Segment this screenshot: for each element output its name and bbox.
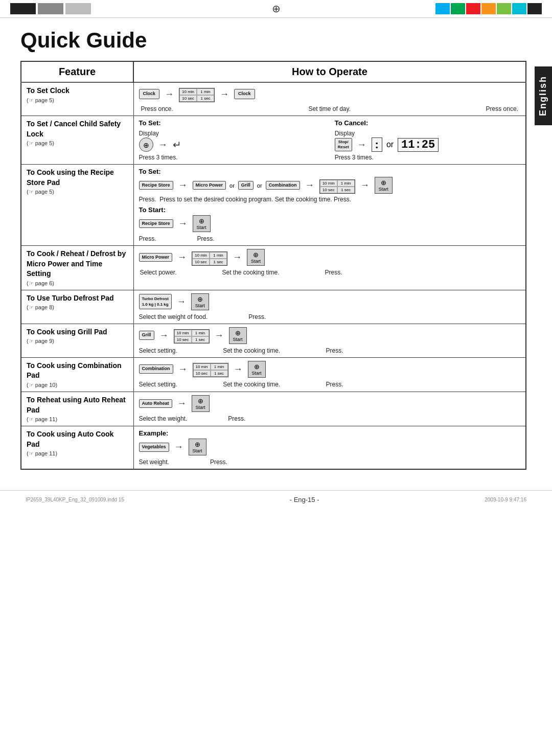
feature-recipe-store: To Cook using the Recipe Store Pad (☞ pa… [21, 165, 133, 246]
g-10min: 10 min [174, 330, 192, 336]
how-turbo-defrost: Turbo Defrost 1.0 kg | 0.1 kg → ⊕ Start … [133, 290, 526, 324]
feature-page-combination: (☞ page 10) [27, 382, 128, 388]
feature-auto-cook: To Cook using Auto Cook Pad (☞ page 11) [21, 426, 133, 470]
example-label: Example: [139, 429, 521, 437]
feature-title-grill: To Cook using Grill Pad [27, 327, 128, 337]
feature-micro-power: To Cook / Reheat / Defrost by Micro Powe… [21, 246, 133, 290]
label-press-3-2: Press 3 times. [335, 154, 520, 161]
table-row-turbo-defrost: To Use Turbo Defrost Pad (☞ page 8) Turb… [21, 290, 526, 324]
table-row-combination: To Cook using Combination Pad (☞ page 10… [21, 357, 526, 392]
micro-power-btn[interactable]: Micro Power [139, 253, 173, 262]
m-10min: 10 min [192, 252, 210, 259]
recipe-store-btn-1[interactable]: Recipe Store [139, 181, 173, 190]
how-recipe-store: To Set: Recipe Store → Micro Power or Gr… [133, 165, 526, 246]
start-icon-r2: ⊕ [199, 217, 204, 225]
recipe-store-btn-2[interactable]: Recipe Store [139, 219, 173, 228]
feature-page-recipe-store: (☞ page 5) [27, 189, 128, 195]
arrow-6b: → [215, 330, 224, 341]
table-row-auto-cook: To Cook using Auto Cook Pad (☞ page 11) … [21, 426, 526, 470]
table-row-recipe-store: To Cook using the Recipe Store Pad (☞ pa… [21, 165, 526, 246]
how-turbo-row: Turbo Defrost 1.0 kg | 0.1 kg → ⊕ Start [139, 293, 521, 310]
table-row-set-clock: To Set Clock (☞ page 5) Clock → 10 min 1… [21, 82, 526, 116]
arrow-1b: → [220, 89, 229, 100]
feature-page-turbo-defrost: (☞ page 8) [27, 304, 128, 311]
to-set-label: To Set: [139, 119, 325, 127]
arrow-7a: → [178, 364, 188, 375]
m-1sec: 1 sec [210, 259, 227, 265]
start-btn-recipe-start[interactable]: ⊕ Start [193, 215, 211, 232]
c-1min: 1 min [211, 363, 228, 370]
clock-btn-2[interactable]: Clock [234, 89, 255, 99]
time-1sec: 1 sec [197, 95, 214, 102]
top-bar-left [10, 3, 91, 14]
turbo-line2: 1.0 kg | 0.1 kg [142, 302, 169, 307]
feature-title-micro-power: To Cook / Reheat / Defrost by Micro Powe… [27, 249, 128, 279]
color-bar-teal [512, 3, 526, 14]
start-btn-auto-cook[interactable]: ⊕ Start [189, 439, 206, 455]
micro-power-btn-or[interactable]: Micro Power [193, 181, 226, 190]
start-btn-micro[interactable]: ⊕ Start [247, 249, 265, 266]
table-row-auto-reheat: To Reheat using Auto Reheat Pad (☞ page … [21, 392, 526, 426]
feature-title-turbo-defrost: To Use Turbo Defrost Pad [27, 293, 128, 304]
start-btn-reheat[interactable]: ⊕ Start [192, 395, 210, 412]
combination-btn[interactable]: Combination [139, 364, 173, 374]
page-title: Quick Guide [20, 28, 526, 53]
color-bars [435, 3, 542, 14]
display-colon: : [372, 138, 382, 152]
time-btn-1[interactable]: 10 min 1 min 10 sec 1 sec [179, 88, 215, 102]
auto-reheat-btn[interactable]: Auto Reheat [139, 399, 172, 408]
bottom-bar: IP2659_39L40KP_Eng_32_091009.indd 15 - E… [0, 490, 552, 509]
time-btn-combination[interactable]: 10 min 1 min 10 sec 1 sec [193, 363, 228, 377]
label-press-once-2: Press once. [486, 105, 518, 112]
label-set-time: Set time of day. [309, 105, 351, 112]
time-btn-recipe[interactable]: 10 min 1 min 10 sec 1 sec [319, 179, 355, 194]
how-auto-reheat: Auto Reheat → ⊕ Start Select the weight.… [133, 392, 526, 426]
start-btn-turbo[interactable]: ⊕ Start [191, 293, 209, 310]
arrow-2b: → [357, 140, 366, 150]
combination-btn-or[interactable]: Combination [266, 181, 300, 190]
table-header-row: Feature How to Operate [21, 61, 526, 82]
label-press-micro: Press. [325, 269, 342, 276]
feature-combination: To Cook using Combination Pad (☞ page 10… [21, 357, 133, 392]
clock-btn-1[interactable]: Clock [139, 89, 160, 99]
start-btn-circle-1[interactable]: ⊕ [139, 138, 153, 152]
time-btn-micro[interactable]: 10 min 1 min 10 sec 1 sec [192, 251, 227, 266]
arrow-3d: → [178, 218, 188, 229]
feature-page-auto-reheat: (☞ page 11) [27, 416, 128, 423]
arrow-2a: → [158, 140, 168, 150]
header-feature: Feature [21, 61, 133, 82]
g-1sec: 1 sec [192, 336, 209, 343]
lock-arrow: ↵ [173, 139, 181, 151]
turbo-defrost-btn[interactable]: Turbo Defrost 1.0 kg | 0.1 kg [139, 294, 172, 309]
child-lock-set: To Set: Display ⊕ → ↵ Press 3 times. [139, 119, 325, 161]
label-press-reheat: Press. [228, 415, 245, 422]
start-label-r2: Start [197, 225, 206, 230]
label-press-auto-cook: Press. [210, 459, 227, 466]
arrow-9a: → [174, 442, 183, 452]
how-set-clock: Clock → 10 min 1 min 10 sec 1 sec → Cloc… [133, 82, 526, 116]
feature-turbo-defrost: To Use Turbo Defrost Pad (☞ page 8) [21, 290, 133, 324]
how-auto-cook: Example: Vegetables → ⊕ Start Set weight… [133, 426, 526, 470]
page-content: Quick Guide Feature How to Operate To Se… [0, 18, 552, 480]
m-1min: 1 min [210, 252, 227, 259]
time-10min: 10 min [179, 88, 197, 95]
start-btn-grill[interactable]: ⊕ Start [229, 327, 247, 344]
color-bar-cyan [435, 3, 450, 14]
arrow-4b: → [233, 252, 242, 263]
label-recipe-press: Press. Press to set the desired cooking … [139, 196, 521, 203]
time-btn-grill[interactable]: 10 min 1 min 10 sec 1 sec [174, 329, 210, 343]
or-text-1: or [386, 140, 394, 149]
how-cancel-row: Stop/Reset → : or 11:25 [335, 138, 520, 152]
main-table: Feature How to Operate To Set Clock (☞ p… [20, 61, 526, 470]
label-press-3-1: Press 3 times. [139, 154, 325, 161]
header-how: How to Operate [133, 61, 526, 82]
vegetables-btn[interactable]: Vegetables [139, 443, 169, 452]
stop-reset-btn[interactable]: Stop/Reset [335, 138, 352, 151]
label-press-once-1: Press once. [141, 105, 173, 112]
grill-btn[interactable]: Grill [139, 331, 154, 340]
start-btn-combination[interactable]: ⊕ Start [248, 361, 266, 378]
how-combination: Combination → 10 min 1 min 10 sec 1 sec … [133, 357, 526, 392]
bottom-page-number: - Eng-15 - [290, 496, 319, 503]
grill-btn-or[interactable]: Grill [238, 181, 254, 190]
start-btn-recipe-set[interactable]: ⊕ Start [375, 177, 393, 194]
